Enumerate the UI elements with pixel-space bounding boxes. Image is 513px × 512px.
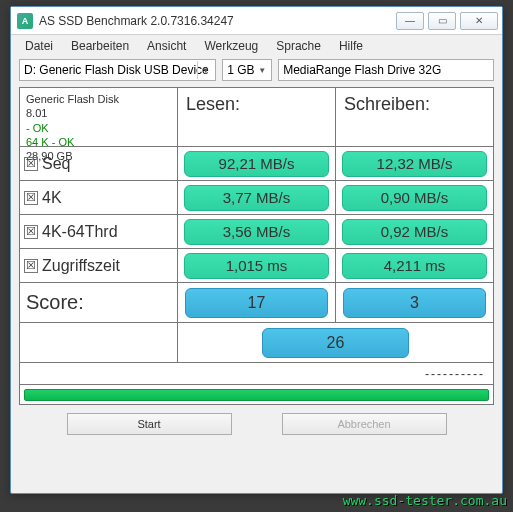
checkbox-icon[interactable]: ☒ xyxy=(24,157,38,171)
score-read: 17 xyxy=(185,288,328,318)
score-label: Score: xyxy=(20,283,178,322)
device-select[interactable]: D: Generic Flash Disk USB Device ▼ xyxy=(19,59,216,81)
row-label: ☒4K-64Thrd xyxy=(20,215,178,248)
minimize-button[interactable]: — xyxy=(396,12,424,30)
drive-name-field[interactable]: MediaRange Flash Drive 32G xyxy=(278,59,494,81)
window-title: AS SSD Benchmark 2.0.7316.34247 xyxy=(39,14,396,28)
header-read: Lesen: xyxy=(178,88,335,146)
watermark: www.ssd-tester.com.au xyxy=(343,493,507,508)
header-write: Schreiben: xyxy=(335,88,493,146)
controls-row: D: Generic Flash Disk USB Device ▼ 1 GB … xyxy=(11,57,502,83)
read-value: 3,56 MB/s xyxy=(184,219,329,245)
write-value: 12,32 MB/s xyxy=(342,151,487,177)
row-label-text: 4K-64Thrd xyxy=(42,223,118,241)
row-label-text: 4K xyxy=(42,189,62,207)
read-value: 3,77 MB/s xyxy=(184,185,329,211)
checkbox-icon[interactable]: ☒ xyxy=(24,259,38,273)
close-button[interactable]: ✕ xyxy=(460,12,498,30)
checkbox-icon[interactable]: ☒ xyxy=(24,225,38,239)
menu-hilfe[interactable]: Hilfe xyxy=(331,37,371,55)
read-value: 1,015 ms xyxy=(184,253,329,279)
empty-cell xyxy=(20,323,178,362)
read-value: 92,21 MB/s xyxy=(184,151,329,177)
drive-name-value: MediaRange Flash Drive 32G xyxy=(283,63,441,77)
row-label-text: Zugriffszeit xyxy=(42,257,120,275)
app-window: A AS SSD Benchmark 2.0.7316.34247 — ▭ ✕ … xyxy=(10,6,503,494)
abort-button: Abbrechen xyxy=(282,413,447,435)
row-label: ☒4K xyxy=(20,181,178,214)
menu-ansicht[interactable]: Ansicht xyxy=(139,37,194,55)
row-label: ☒Seq xyxy=(20,147,178,180)
write-value: 0,92 MB/s xyxy=(342,219,487,245)
drive-info-ok1: - OK xyxy=(26,121,171,135)
menu-bearbeiten[interactable]: Bearbeiten xyxy=(63,37,137,55)
titlebar: A AS SSD Benchmark 2.0.7316.34247 — ▭ ✕ xyxy=(11,7,502,35)
results-grid: Generic Flash Disk 8.01 - OK 64 K - OK 2… xyxy=(19,87,494,405)
drive-info-name: Generic Flash Disk xyxy=(26,92,171,106)
menu-werkzeug[interactable]: Werkzeug xyxy=(196,37,266,55)
row-label: ☒Zugriffszeit xyxy=(20,249,178,282)
size-select-value: 1 GB xyxy=(227,63,254,77)
drive-info: Generic Flash Disk 8.01 - OK 64 K - OK 2… xyxy=(20,88,178,146)
dashes: ---------- xyxy=(20,362,493,384)
menu-datei[interactable]: Datei xyxy=(17,37,61,55)
row-label-text: Seq xyxy=(42,155,70,173)
progress-bar xyxy=(24,389,489,401)
start-button[interactable]: Start xyxy=(67,413,232,435)
menu-sprache[interactable]: Sprache xyxy=(268,37,329,55)
size-select[interactable]: 1 GB ▼ xyxy=(222,59,272,81)
score-write: 3 xyxy=(343,288,486,318)
score-total: 26 xyxy=(262,328,409,358)
app-icon: A xyxy=(17,13,33,29)
checkbox-icon[interactable]: ☒ xyxy=(24,191,38,205)
write-value: 4,211 ms xyxy=(342,253,487,279)
menubar: Datei Bearbeiten Ansicht Werkzeug Sprach… xyxy=(11,35,502,57)
write-value: 0,90 MB/s xyxy=(342,185,487,211)
chevron-down-icon: ▼ xyxy=(197,61,213,79)
chevron-down-icon: ▼ xyxy=(255,66,269,75)
device-select-value: D: Generic Flash Disk USB Device xyxy=(24,63,209,77)
drive-info-fw: 8.01 xyxy=(26,106,171,120)
maximize-button[interactable]: ▭ xyxy=(428,12,456,30)
